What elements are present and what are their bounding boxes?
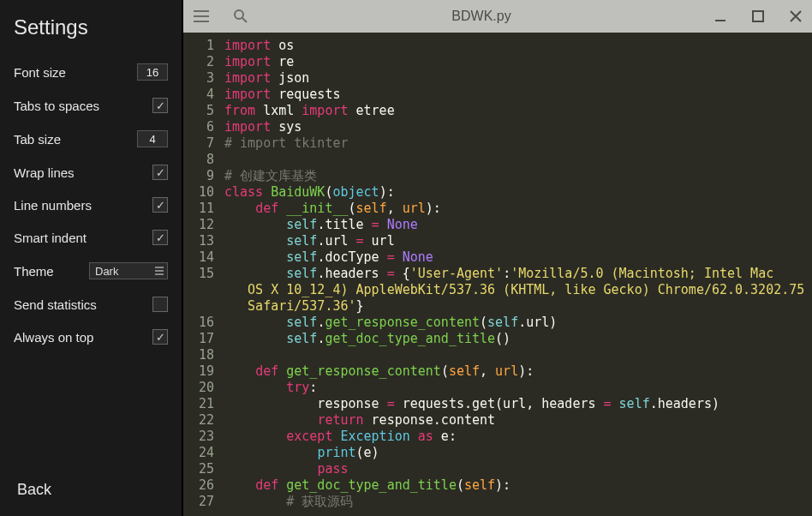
tab-size-input[interactable]	[137, 130, 168, 147]
back-button[interactable]: Back	[17, 481, 51, 499]
svg-rect-1	[753, 11, 763, 21]
minimize-icon[interactable]	[714, 10, 726, 22]
theme-label: Theme	[14, 264, 54, 279]
main-area: BDWK.py 123456789101112131415 1617181920…	[183, 0, 812, 516]
code-editor[interactable]: 123456789101112131415 161718192021222324…	[183, 33, 812, 516]
line-numbers-label: Line numbers	[14, 198, 92, 213]
menu-icon	[155, 267, 164, 275]
maximize-icon[interactable]	[752, 10, 764, 22]
search-icon[interactable]	[233, 9, 248, 24]
always-on-top-checkbox[interactable]	[152, 329, 168, 345]
tabs-to-spaces-label: Tabs to spaces	[14, 99, 99, 113]
hamburger-icon[interactable]	[194, 10, 209, 22]
tabs-to-spaces-checkbox[interactable]	[152, 98, 168, 113]
filename-title: BDWK.py	[248, 9, 714, 24]
titlebar: BDWK.py	[183, 0, 812, 33]
theme-value: Dark	[95, 265, 118, 278]
wrap-lines-checkbox[interactable]	[152, 165, 168, 180]
code-content[interactable]: import osimport reimport jsonimport requ…	[221, 33, 812, 516]
wrap-lines-label: Wrap lines	[14, 165, 75, 180]
send-statistics-checkbox[interactable]	[152, 297, 168, 312]
font-size-input[interactable]	[137, 63, 168, 81]
theme-select[interactable]: Dark	[89, 262, 168, 279]
send-statistics-label: Send statistics	[14, 297, 97, 312]
svg-point-0	[235, 10, 243, 19]
close-icon[interactable]	[790, 10, 802, 22]
smart-indent-label: Smart indent	[14, 231, 87, 245]
line-gutter: 123456789101112131415 161718192021222324…	[183, 33, 221, 516]
smart-indent-checkbox[interactable]	[152, 230, 168, 245]
font-size-label: Font size	[14, 65, 66, 80]
settings-sidebar: Settings Font size Tabs to spaces Tab si…	[0, 0, 183, 516]
always-on-top-label: Always on top	[14, 330, 93, 345]
settings-title: Settings	[14, 15, 168, 39]
tab-size-label: Tab size	[14, 132, 61, 147]
line-numbers-checkbox[interactable]	[152, 197, 168, 213]
